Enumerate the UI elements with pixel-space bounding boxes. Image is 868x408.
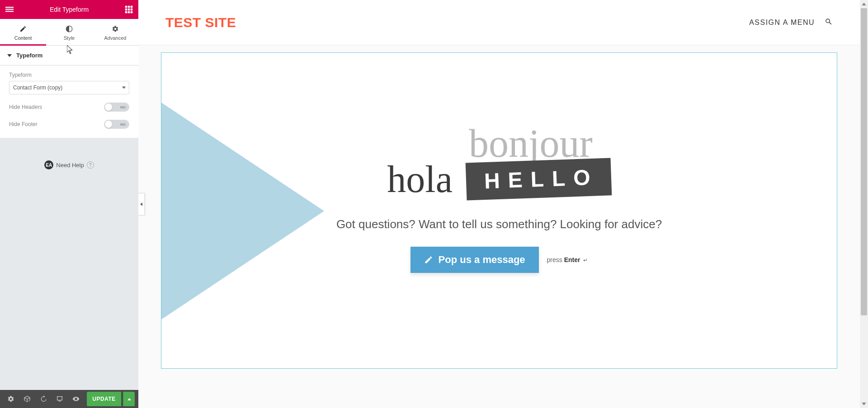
site-header: TEST SITE ASSIGN A MENU bbox=[138, 0, 860, 45]
svg-rect-9 bbox=[125, 11, 127, 14]
svg-rect-2 bbox=[5, 11, 14, 12]
menu-icon[interactable] bbox=[5, 5, 14, 14]
tab-style-label: Style bbox=[64, 35, 75, 41]
press-text: press bbox=[547, 256, 562, 263]
widgets-grid-icon[interactable] bbox=[125, 5, 133, 14]
hero-block: bonjour hola HELLO Got questions? Want t… bbox=[161, 121, 837, 273]
section-typeform-header[interactable]: Typeform bbox=[0, 46, 138, 66]
enter-icon: ↵ bbox=[583, 257, 588, 263]
typeform-widget[interactable]: bonjour hola HELLO Got questions? Want t… bbox=[161, 52, 837, 369]
hero-hola: hola bbox=[387, 157, 453, 201]
hero-hello: HELLO bbox=[466, 158, 612, 200]
contrast-icon bbox=[66, 25, 73, 33]
tab-advanced[interactable]: Advanced bbox=[92, 19, 138, 45]
gear-icon bbox=[112, 25, 119, 33]
responsive-icon[interactable] bbox=[52, 392, 67, 406]
tab-content-label: Content bbox=[14, 35, 32, 41]
hide-footer-toggle[interactable]: NO bbox=[104, 120, 129, 129]
caret-down-icon bbox=[7, 54, 12, 57]
scrollbar-thumb[interactable] bbox=[861, 8, 867, 315]
hero-row: hola HELLO bbox=[161, 157, 837, 201]
panel-title: Edit Typeform bbox=[50, 6, 89, 13]
tab-style[interactable]: Style bbox=[46, 19, 92, 45]
help-link[interactable]: EA Need Help ? bbox=[0, 160, 138, 169]
update-options-button[interactable] bbox=[123, 392, 135, 406]
assign-menu-link[interactable]: ASSIGN A MENU bbox=[749, 19, 815, 27]
vertical-scrollbar[interactable] bbox=[860, 0, 868, 408]
panel-tabs: Content Style Advanced bbox=[0, 19, 138, 46]
search-icon[interactable] bbox=[825, 18, 833, 28]
typeform-select[interactable] bbox=[9, 81, 129, 94]
hide-headers-toggle[interactable]: NO bbox=[104, 103, 129, 112]
svg-rect-8 bbox=[131, 9, 133, 11]
sidebar-footer: UPDATE bbox=[0, 390, 138, 408]
toggle-knob bbox=[105, 121, 112, 128]
typeform-select-wrap bbox=[9, 81, 129, 94]
cta-label: Pop us a message bbox=[439, 254, 525, 266]
canvas-area: bonjour hola HELLO Got questions? Want t… bbox=[138, 45, 860, 376]
help-text: Need Help bbox=[56, 162, 84, 169]
toggle-knob bbox=[105, 103, 112, 111]
settings-icon[interactable] bbox=[4, 392, 18, 406]
panel-collapse-handle[interactable] bbox=[138, 193, 145, 216]
svg-rect-6 bbox=[125, 9, 127, 11]
chevron-left-icon bbox=[140, 202, 142, 206]
svg-rect-7 bbox=[128, 9, 130, 11]
caret-up-icon bbox=[127, 398, 131, 400]
ea-badge-icon: EA bbox=[44, 160, 53, 169]
press-enter: Enter bbox=[564, 256, 580, 263]
pencil-icon bbox=[19, 25, 27, 33]
preview-area: TEST SITE ASSIGN A MENU bonjour hola HEL… bbox=[138, 0, 868, 408]
press-hint: press Enter ↵ bbox=[547, 256, 588, 263]
hero-subtitle: Got questions? Want to tell us something… bbox=[161, 217, 837, 231]
site-nav: ASSIGN A MENU bbox=[749, 18, 833, 28]
scroll-up-icon[interactable] bbox=[860, 0, 868, 8]
svg-rect-10 bbox=[128, 11, 130, 14]
svg-rect-4 bbox=[128, 6, 130, 8]
site-title: TEST SITE bbox=[165, 15, 236, 30]
history-icon[interactable] bbox=[36, 392, 51, 406]
sidebar-header: Edit Typeform bbox=[0, 0, 138, 19]
svg-rect-3 bbox=[125, 6, 127, 8]
cta-row: Pop us a message press Enter ↵ bbox=[161, 247, 837, 273]
section-typeform-title: Typeform bbox=[16, 52, 42, 59]
help-question-icon: ? bbox=[87, 161, 94, 169]
pencil-icon bbox=[424, 255, 433, 264]
hide-headers-label: Hide Headers bbox=[9, 104, 42, 110]
controls-area: Typeform Hide Headers NO Hide Footer NO bbox=[0, 66, 138, 138]
hide-headers-value: NO bbox=[120, 105, 126, 109]
preview-icon[interactable] bbox=[69, 392, 83, 406]
sidebar: Edit Typeform Content Style Advanced Typ… bbox=[0, 0, 138, 408]
typeform-field-label: Typeform bbox=[9, 72, 129, 78]
hide-footer-value: NO bbox=[120, 122, 126, 127]
tab-advanced-label: Advanced bbox=[104, 35, 127, 41]
svg-rect-0 bbox=[5, 7, 14, 8]
svg-rect-5 bbox=[131, 6, 133, 8]
navigator-icon[interactable] bbox=[20, 392, 34, 406]
update-button[interactable]: UPDATE bbox=[87, 392, 121, 406]
hide-footer-label: Hide Footer bbox=[9, 121, 38, 127]
scroll-down-icon[interactable] bbox=[860, 400, 868, 408]
svg-rect-11 bbox=[131, 11, 133, 14]
svg-rect-1 bbox=[5, 9, 14, 10]
cta-button[interactable]: Pop us a message bbox=[410, 247, 539, 273]
tab-content[interactable]: Content bbox=[0, 19, 46, 45]
